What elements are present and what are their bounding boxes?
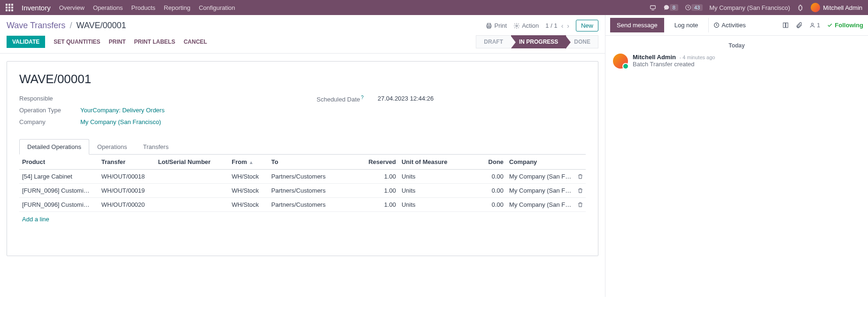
book-icon[interactable] bbox=[782, 22, 789, 29]
trash-icon[interactable] bbox=[577, 187, 583, 194]
cell-reserved[interactable]: 1.00 bbox=[353, 184, 398, 198]
trash-icon[interactable] bbox=[577, 173, 583, 179]
check-icon bbox=[827, 22, 833, 28]
print-icon bbox=[486, 23, 492, 29]
cell-done[interactable]: 0.00 bbox=[467, 170, 506, 184]
add-line-button[interactable]: Add a line bbox=[19, 212, 52, 226]
cell-product[interactable]: [54] Large Cabinet bbox=[19, 170, 99, 184]
message-author[interactable]: Mitchell Admin bbox=[633, 54, 676, 61]
record-title: WAVE/00001 bbox=[19, 72, 586, 86]
cell-done[interactable]: 0.00 bbox=[467, 184, 506, 198]
th-done[interactable]: Done bbox=[467, 155, 506, 170]
message-time: - 4 minutes ago bbox=[680, 55, 715, 60]
cell-delete[interactable] bbox=[574, 170, 586, 184]
th-product[interactable]: Product bbox=[19, 155, 99, 170]
menu-configuration[interactable]: Configuration bbox=[199, 4, 235, 11]
print-labels-button-1[interactable]: PRINT bbox=[109, 39, 126, 45]
th-uom[interactable]: Unit of Measure bbox=[399, 155, 467, 170]
log-note-button[interactable]: Log note bbox=[668, 18, 705, 32]
menu-reporting[interactable]: Reporting bbox=[164, 4, 190, 11]
cell-delete[interactable] bbox=[574, 184, 586, 198]
svg-point-5 bbox=[516, 25, 518, 27]
menu-operations[interactable]: Operations bbox=[93, 4, 123, 11]
breadcrumb-row: Wave Transfers / WAVE/00001 Print Action… bbox=[0, 15, 605, 32]
tabs: Detailed Operations Operations Transfers bbox=[19, 139, 586, 155]
help-icon[interactable]: ? bbox=[361, 95, 364, 100]
app-title[interactable]: Inventory bbox=[22, 4, 51, 12]
cell-reserved[interactable]: 1.00 bbox=[353, 198, 398, 212]
cell-from[interactable]: WH/Stock bbox=[229, 184, 268, 198]
pager-prev[interactable]: ‹ bbox=[561, 22, 564, 30]
cell-from[interactable]: WH/Stock bbox=[229, 198, 268, 212]
following-button[interactable]: Following bbox=[827, 22, 863, 29]
activities-button[interactable]: Activities bbox=[708, 18, 750, 32]
th-transfer[interactable]: Transfer bbox=[99, 155, 155, 170]
cell-transfer[interactable]: WH/OUT/00018 bbox=[99, 170, 155, 184]
value-company[interactable]: My Company (San Francisco) bbox=[80, 118, 161, 125]
cell-lot[interactable] bbox=[155, 170, 229, 184]
table-row[interactable]: [FURN_0096] Customi…WH/OUT/00020WH/Stock… bbox=[19, 198, 586, 212]
value-operation-type[interactable]: YourCompany: Delivery Orders bbox=[80, 107, 164, 114]
shortcut-icon[interactable] bbox=[649, 4, 657, 11]
label-company: Company bbox=[19, 118, 80, 125]
cell-transfer[interactable]: WH/OUT/00019 bbox=[99, 184, 155, 198]
print-labels-button-2[interactable]: PRINT LABELS bbox=[134, 39, 175, 45]
cell-to[interactable]: Partners/Customers bbox=[269, 198, 354, 212]
activities-badge: 43 bbox=[691, 4, 703, 11]
th-lot[interactable]: Lot/Serial Number bbox=[155, 155, 229, 170]
tab-operations[interactable]: Operations bbox=[89, 139, 135, 155]
tab-detailed-operations[interactable]: Detailed Operations bbox=[19, 139, 89, 155]
validate-button[interactable]: VALIDATE bbox=[7, 36, 45, 48]
cell-product[interactable]: [FURN_0096] Customi… bbox=[19, 198, 99, 212]
cell-product[interactable]: [FURN_0096] Customi… bbox=[19, 184, 99, 198]
cell-transfer[interactable]: WH/OUT/00020 bbox=[99, 198, 155, 212]
cell-done[interactable]: 0.00 bbox=[467, 198, 506, 212]
cell-lot[interactable] bbox=[155, 184, 229, 198]
apps-icon[interactable] bbox=[6, 4, 13, 11]
th-to[interactable]: To bbox=[269, 155, 354, 170]
table-row[interactable]: [FURN_0096] Customi…WH/OUT/00019WH/Stock… bbox=[19, 184, 586, 198]
followers-button[interactable]: 1 bbox=[809, 22, 820, 29]
status-draft[interactable]: DRAFT bbox=[476, 35, 511, 48]
attachment-icon[interactable] bbox=[796, 22, 803, 29]
activities-icon[interactable]: 43 bbox=[685, 4, 703, 11]
cell-uom[interactable]: Units bbox=[399, 170, 467, 184]
company-switcher[interactable]: My Company (San Francisco) bbox=[709, 4, 790, 11]
menu-products[interactable]: Products bbox=[131, 4, 155, 11]
status-in-progress[interactable]: IN PROGRESS bbox=[511, 35, 566, 48]
clock-icon bbox=[713, 22, 720, 28]
cell-reserved[interactable]: 1.00 bbox=[353, 170, 398, 184]
tab-transfers[interactable]: Transfers bbox=[135, 139, 177, 155]
cell-lot[interactable] bbox=[155, 198, 229, 212]
set-quantities-button[interactable]: SET QUANTITIES bbox=[54, 39, 100, 45]
debug-icon[interactable] bbox=[797, 4, 804, 11]
new-button[interactable]: New bbox=[576, 20, 598, 31]
print-button[interactable]: Print bbox=[486, 22, 507, 29]
value-scheduled-date[interactable]: 27.04.2023 12:44:26 bbox=[378, 95, 434, 103]
cell-to[interactable]: Partners/Customers bbox=[269, 184, 354, 198]
cell-company[interactable]: My Company (San Fran… bbox=[506, 184, 574, 198]
table-row[interactable]: [54] Large CabinetWH/OUT/00018WH/StockPa… bbox=[19, 170, 586, 184]
cell-delete[interactable] bbox=[574, 198, 586, 212]
th-from[interactable]: From▲ bbox=[229, 155, 268, 170]
breadcrumb-parent[interactable]: Wave Transfers bbox=[7, 21, 65, 30]
cell-company[interactable]: My Company (San Fran… bbox=[506, 198, 574, 212]
pager-next[interactable]: › bbox=[567, 22, 569, 30]
cell-from[interactable]: WH/Stock bbox=[229, 170, 268, 184]
th-company[interactable]: Company bbox=[506, 155, 574, 170]
cell-uom[interactable]: Units bbox=[399, 184, 467, 198]
trash-icon[interactable] bbox=[577, 202, 583, 208]
cancel-button[interactable]: CANCEL bbox=[184, 39, 207, 45]
user-menu[interactable]: Mitchell Admin bbox=[811, 3, 862, 12]
cell-company[interactable]: My Company (San Fran… bbox=[506, 170, 574, 184]
send-message-button[interactable]: Send message bbox=[610, 18, 664, 32]
menu-overview[interactable]: Overview bbox=[59, 4, 85, 11]
messages-icon[interactable]: 8 bbox=[663, 4, 678, 11]
th-reserved[interactable]: Reserved bbox=[353, 155, 398, 170]
action-button[interactable]: Action bbox=[513, 22, 539, 29]
status-done[interactable]: DONE bbox=[566, 35, 598, 48]
cell-to[interactable]: Partners/Customers bbox=[269, 170, 354, 184]
label-responsible: Responsible bbox=[19, 95, 80, 102]
form-sheet: WAVE/00001 Responsible Operation Type Yo… bbox=[7, 61, 598, 256]
cell-uom[interactable]: Units bbox=[399, 198, 467, 212]
